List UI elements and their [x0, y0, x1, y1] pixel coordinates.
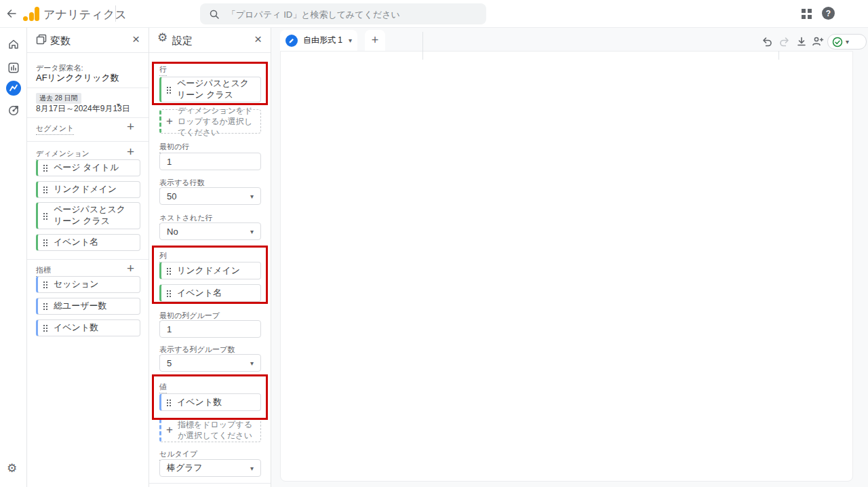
select-value: 棒グラフ [167, 462, 203, 474]
drag-handle-icon [166, 86, 171, 94]
tab-strip-divider [422, 32, 423, 60]
explore-icon [5, 80, 22, 96]
undo-icon [761, 35, 773, 47]
show-rows-select[interactable]: 50 ▾ [159, 187, 261, 205]
values-drop-zone[interactable]: + 指標をドロップするか選択してください [159, 418, 261, 442]
close-icon[interactable]: × [132, 32, 140, 47]
chevron-down-icon: ▾ [846, 38, 849, 45]
columns-label: 列 [159, 251, 167, 262]
search-box [200, 3, 486, 24]
columns-dimension-chip[interactable]: リンクドメイン [159, 262, 261, 279]
back-button[interactable] [5, 7, 18, 20]
chip-label: ページパスとスクリーン クラス [177, 78, 255, 101]
reports-icon [7, 61, 20, 75]
gear-icon: ⚙ [7, 462, 17, 475]
settings-gear-icon: ⚙ [157, 32, 167, 44]
sidebar-item-home[interactable] [7, 37, 20, 51]
show-column-groups-select[interactable]: 5 ▾ [159, 354, 261, 372]
metrics-label: 指標 [36, 265, 51, 277]
tab-label: 自由形式 1 [303, 35, 342, 46]
back-arrow-icon [5, 7, 18, 20]
add-tab-button[interactable]: + [365, 30, 385, 51]
check-circle-icon [832, 37, 843, 47]
drop-hint: 指標をドロップするか選択してください [178, 419, 258, 441]
dimension-chip[interactable]: イベント名 [36, 234, 140, 251]
metric-chip[interactable]: セッション [36, 276, 140, 293]
chip-label: ページパスとスクリーン クラス [54, 204, 134, 227]
canvas-area: 自由形式 1 ▾ + ▾ [271, 27, 868, 487]
dimensions-label: ディメンション [36, 149, 90, 160]
tab-caret-icon[interactable]: ▾ [349, 37, 352, 44]
pencil-icon [285, 35, 298, 47]
add-dimension-button[interactable]: + [127, 145, 134, 158]
chevron-down-icon: ▾ [250, 193, 254, 200]
first-column-group-input[interactable] [159, 320, 261, 338]
search-input[interactable] [226, 3, 479, 26]
drop-hint: ディメンションをドロップするか選択してください [178, 105, 258, 138]
select-value: 5 [167, 358, 172, 368]
values-metric-chip[interactable]: イベント数 [159, 393, 261, 411]
status-pill[interactable]: ▾ [827, 34, 867, 50]
download-button[interactable] [795, 35, 808, 47]
drag-handle-icon [166, 267, 171, 275]
values-label: 値 [159, 382, 167, 393]
chevron-down-icon: ▾ [250, 228, 254, 235]
date-range[interactable]: 8月17日～2024年9月13日 [36, 103, 130, 115]
chevron-down-icon: ▾ [250, 359, 254, 367]
chip-label: イベント名 [54, 237, 98, 248]
drag-handle-icon [166, 399, 171, 406]
chip-label: ページ タイトル [54, 162, 119, 174]
add-icon: + [166, 423, 173, 438]
variables-icon [35, 33, 47, 48]
dimension-chip[interactable]: ページパスとスクリーン クラス [36, 202, 140, 229]
chip-label: セッション [54, 279, 99, 290]
variables-panel: 変数 × データ探索名: AFリンククリック数 過去 28 日間 8月17日～2… [27, 27, 149, 487]
home-icon [7, 37, 20, 51]
first-row-input[interactable] [159, 153, 261, 170]
rows-label: 行 [159, 64, 167, 76]
canvas-column-tick [778, 51, 779, 60]
dimension-chip[interactable]: ページ タイトル [36, 159, 140, 176]
columns-dimension-chip[interactable]: イベント名 [159, 284, 261, 302]
sidebar-item-reports[interactable] [7, 61, 20, 75]
drag-handle-icon [166, 290, 171, 297]
select-value: No [167, 227, 178, 237]
tab-freeform[interactable]: 自由形式 1 ▾ [280, 30, 357, 51]
dimension-chip[interactable]: リンクドメイン [36, 181, 140, 198]
help-icon[interactable]: ? [822, 7, 835, 20]
share-button[interactable] [811, 35, 825, 47]
chip-label: リンクドメイン [177, 265, 240, 277]
redo-icon [778, 35, 791, 47]
apps-grid-icon[interactable] [802, 9, 812, 19]
chip-label: リンクドメイン [54, 184, 117, 195]
drag-handle-icon [43, 164, 47, 172]
cell-type-select[interactable]: 棒グラフ ▾ [159, 459, 261, 477]
add-metric-button[interactable]: + [127, 262, 134, 275]
nav-rail: ⚙ [0, 27, 27, 487]
rows-dimension-chip[interactable]: ページパスとスクリーン クラス [159, 77, 261, 102]
redo-button[interactable] [778, 35, 791, 47]
metric-chip[interactable]: 総ユーザー数 [36, 298, 140, 315]
segments-label: セグメント [36, 123, 74, 135]
undo-button[interactable] [761, 35, 773, 47]
chip-label: イベント数 [54, 322, 98, 334]
sidebar-item-admin[interactable]: ⚙ [7, 463, 20, 476]
exploration-name[interactable]: AFリンククリック数 [36, 72, 119, 84]
analytics-logo-icon [23, 6, 39, 21]
nested-rows-select[interactable]: No ▾ [159, 222, 261, 240]
add-segment-button[interactable]: + [127, 120, 134, 133]
chevron-down-icon: ▾ [250, 465, 254, 472]
rows-drop-zone[interactable]: + ディメンションをドロップするか選択してください [159, 109, 261, 134]
drag-handle-icon [43, 186, 47, 193]
drag-handle-icon [43, 324, 47, 332]
top-bar: アナリティクス ? [0, 0, 868, 28]
close-icon[interactable]: × [254, 32, 262, 47]
search-icon [209, 9, 220, 20]
sidebar-item-advertising[interactable] [7, 103, 20, 117]
drag-handle-icon [43, 303, 47, 310]
first-row-label: 最初の行 [159, 142, 189, 153]
sidebar-item-explore[interactable] [5, 80, 22, 96]
drag-handle-icon [43, 239, 47, 246]
date-caret-icon[interactable]: ▾ [117, 101, 120, 109]
metric-chip[interactable]: イベント数 [36, 319, 140, 336]
